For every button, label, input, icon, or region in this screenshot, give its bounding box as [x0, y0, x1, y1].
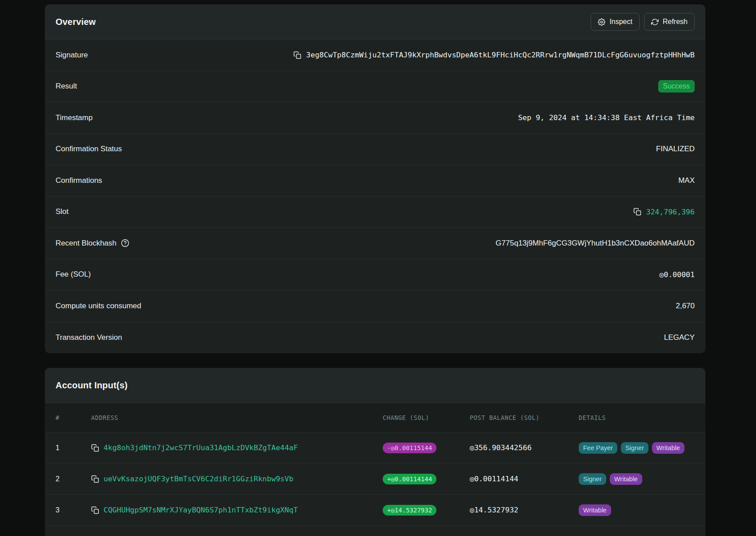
row-slot: Slot 324,796,396 — [45, 197, 705, 228]
post-balance-value: ◎14.5327932 — [470, 506, 579, 514]
timestamp-label: Timestamp — [56, 113, 92, 122]
account-index: 1 — [56, 444, 91, 452]
overview-actions: Inspect Refresh — [591, 13, 695, 31]
change-badge-positive: +◎14.5327932 — [383, 505, 436, 516]
account-inputs-title: Account Input(s) — [56, 380, 128, 391]
account-row: 3 CQGHUHgpSM7sNMrXJYayBQN6S7ph1nTTxbZt9i… — [45, 495, 705, 526]
row-signature: Signature 3eg8CwTp8CzmWiju2txFTAJ9kXrphB… — [45, 40, 705, 71]
fee-value: ◎0.00001 — [660, 270, 695, 279]
compute-units-label: Compute units consumed — [56, 302, 141, 310]
col-change: CHANGE (SOL) — [383, 414, 470, 421]
copy-icon[interactable] — [293, 51, 301, 59]
slot-link[interactable]: 324,796,396 — [646, 208, 695, 216]
result-label: Result — [56, 82, 77, 91]
col-address: ADDRESS — [91, 414, 383, 421]
row-confirmations: Confirmations MAX — [45, 165, 705, 197]
success-badge: Success — [658, 80, 695, 93]
copy-icon[interactable] — [633, 208, 641, 216]
account-inputs-card: Account Input(s) # ADDRESS CHANGE (SOL) … — [45, 368, 705, 536]
slot-label: Slot — [56, 207, 68, 216]
row-fee: Fee (SOL) ◎0.00001 — [45, 259, 705, 291]
change-badge-positive: +◎0.00114144 — [383, 474, 436, 484]
confirmations-label: Confirmations — [56, 176, 102, 185]
signature-value: 3eg8CwTp8CzmWiju2txFTAJ9kXrphBwdvsDpeA6t… — [306, 51, 695, 59]
confirmations-value: MAX — [678, 176, 695, 185]
row-recent-blockhash: Recent Blockhash G775q13j9MhF6gCG3GWjYhu… — [45, 228, 705, 259]
transaction-page: Overview Inspect Refresh Signature — [0, 0, 756, 536]
row-transaction-version: Transaction Version LEGACY — [45, 322, 705, 354]
copy-icon[interactable] — [91, 506, 99, 514]
refresh-button[interactable]: Refresh — [644, 13, 695, 31]
fee-label: Fee (SOL) — [56, 270, 91, 279]
inspect-button[interactable]: Inspect — [591, 13, 640, 31]
fee-payer-badge: Fee Payer — [579, 442, 617, 454]
post-balance-value: ◎0.00114144 — [470, 475, 579, 483]
col-post-balance: POST BALANCE (SOL) — [470, 414, 579, 421]
row-confirmation-status: Confirmation Status FINALIZED — [45, 134, 705, 165]
gear-icon — [598, 18, 605, 26]
post-balance-value: ◎356.903442566 — [470, 443, 579, 452]
row-timestamp: Timestamp Sep 9, 2024 at 14:34:38 East A… — [45, 102, 705, 134]
writable-badge: Writable — [652, 442, 684, 454]
writable-badge: Writable — [610, 473, 642, 485]
col-index: # — [56, 414, 91, 421]
account-address-link[interactable]: CQGHUHgpSM7sNMrXJYayBQN6S7ph1nTTxbZt9ikg… — [104, 506, 298, 514]
account-row-partial — [45, 526, 705, 536]
recent-blockhash-label: Recent Blockhash — [56, 239, 116, 248]
account-inputs-card-header: Account Input(s) — [45, 368, 705, 403]
account-address-link[interactable]: 4kg8oh3jdNtn7j2wcS7TrUua31AgbLzDVkBZgTAe… — [104, 443, 298, 452]
signer-badge: Signer — [621, 442, 648, 454]
row-compute-units: Compute units consumed 2,670 — [45, 290, 705, 322]
transaction-version-value: LEGACY — [664, 333, 695, 342]
row-result: Result Success — [45, 71, 705, 103]
transaction-version-label: Transaction Version — [56, 333, 122, 342]
signature-label: Signature — [56, 51, 88, 60]
compute-units-value: 2,670 — [676, 302, 695, 310]
account-row: 1 4kg8oh3jdNtn7j2wcS7TrUua31AgbLzDVkBZgT… — [45, 432, 705, 463]
refresh-icon — [651, 18, 659, 26]
overview-title: Overview — [56, 17, 96, 27]
writable-badge: Writable — [579, 504, 611, 516]
confirmation-status-label: Confirmation Status — [56, 145, 122, 153]
inspect-button-label: Inspect — [609, 18, 632, 26]
confirmation-status-value: FINALIZED — [656, 145, 695, 153]
timestamp-value: Sep 9, 2024 at 14:34:38 East Africa Time — [518, 113, 695, 122]
signer-badge: Signer — [579, 473, 606, 485]
overview-card-header: Overview Inspect Refresh — [45, 4, 705, 40]
col-details: DETAILS — [579, 414, 695, 421]
change-badge-negative: -◎0.00115144 — [383, 443, 436, 453]
help-icon[interactable] — [121, 239, 129, 247]
account-row: 2 ueVvKsazojUQF3ytBmTsCV6C2diRr1GGziRknb… — [45, 463, 705, 495]
account-index: 2 — [56, 475, 91, 483]
refresh-button-label: Refresh — [663, 18, 688, 26]
copy-icon[interactable] — [91, 444, 99, 452]
account-address-link[interactable]: ueVvKsazojUQF3ytBmTsCV6C2diRr1GGziRknbw9… — [104, 475, 293, 483]
recent-blockhash-value: G775q13j9MhF6gCG3GWjYhutH1b3nCXDao6ohMAa… — [496, 239, 695, 248]
overview-card: Overview Inspect Refresh Signature — [45, 4, 705, 353]
account-index: 3 — [56, 506, 91, 514]
copy-icon[interactable] — [91, 475, 99, 483]
account-table-header: # ADDRESS CHANGE (SOL) POST BALANCE (SOL… — [45, 403, 705, 432]
